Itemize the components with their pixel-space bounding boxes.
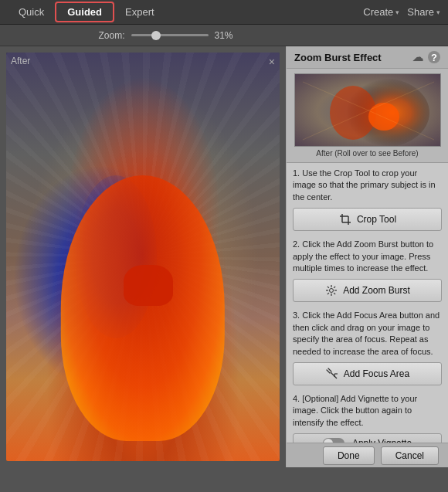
svg-line-17 bbox=[334, 293, 335, 294]
thumbnail-image bbox=[294, 73, 441, 147]
thumbnail-svg bbox=[295, 74, 441, 147]
vignette-toggle[interactable] bbox=[323, 438, 344, 443]
step3-text: 3. Click the Add Focus Area button and t… bbox=[293, 310, 442, 358]
crop-tool-label: Crop Tool bbox=[357, 214, 396, 225]
create-button[interactable]: Create ▾ bbox=[363, 6, 399, 18]
panel-title: Zoom Burst Effect bbox=[294, 52, 382, 63]
create-dropdown-arrow: ▾ bbox=[395, 8, 399, 16]
zoom-burst-label: Add Zoom Burst bbox=[343, 285, 410, 296]
svg-point-3 bbox=[368, 103, 399, 131]
thumbnail-caption: After (Roll over to see Before) bbox=[316, 149, 418, 158]
panel-header-icons: ☁ ? bbox=[412, 51, 440, 63]
step1-text: 1. Use the Crop Tool to crop your image … bbox=[293, 168, 442, 203]
share-button[interactable]: Share ▾ bbox=[407, 6, 440, 18]
canvas-area: After × bbox=[0, 46, 286, 467]
top-nav-bar: Quick Guided Expert Create ▾ Share ▾ bbox=[0, 0, 448, 25]
panel-content: 1. Use the Crop Tool to crop your image … bbox=[287, 163, 448, 443]
canvas-image bbox=[6, 53, 280, 461]
canvas-label: After bbox=[11, 56, 30, 66]
step4-text: 4. [Optional] Add Vignette to your image… bbox=[293, 393, 442, 429]
top-bar-right: Create ▾ Share ▾ bbox=[363, 6, 440, 18]
zoom-label: Zoom: bbox=[98, 30, 124, 41]
svg-line-16 bbox=[328, 287, 329, 288]
focus-area-label: Add Focus Area bbox=[344, 368, 409, 379]
tab-guided[interactable]: Guided bbox=[55, 2, 114, 22]
crop-tool-button[interactable]: Crop Tool bbox=[293, 208, 442, 231]
help-icon[interactable]: ? bbox=[428, 51, 440, 63]
done-button[interactable]: Done bbox=[323, 446, 375, 465]
svg-line-21 bbox=[331, 372, 337, 378]
step2-text: 2. Click the Add Zoom Burst button to ap… bbox=[293, 239, 442, 274]
zoom-bar: Zoom: 31% bbox=[0, 25, 448, 46]
cloud-icon[interactable]: ☁ bbox=[412, 51, 423, 63]
cancel-button[interactable]: Cancel bbox=[381, 446, 439, 465]
zoom-percent: 31% bbox=[215, 30, 242, 41]
zoom-burst-icon bbox=[324, 283, 338, 297]
right-panel: Zoom Burst Effect ☁ ? bbox=[286, 46, 448, 467]
panel-header: Zoom Burst Effect ☁ ? bbox=[287, 46, 448, 69]
tab-expert[interactable]: Expert bbox=[114, 3, 165, 21]
canvas-close-button[interactable]: × bbox=[269, 56, 275, 68]
apply-vignette-button[interactable]: Apply Vignette bbox=[293, 433, 442, 443]
svg-point-20 bbox=[330, 289, 334, 293]
share-dropdown-arrow: ▾ bbox=[436, 8, 440, 16]
figure-main bbox=[61, 175, 225, 441]
crop-icon bbox=[338, 212, 352, 226]
svg-line-18 bbox=[334, 287, 335, 288]
add-zoom-burst-button[interactable]: Add Zoom Burst bbox=[293, 279, 442, 302]
mask-red bbox=[124, 265, 173, 306]
canvas-image-inner bbox=[6, 53, 280, 461]
main-area: After × Zoom Burst Effect ☁ ? bbox=[0, 46, 448, 467]
focus-area-icon bbox=[325, 367, 339, 381]
tab-quick[interactable]: Quick bbox=[8, 3, 55, 21]
thumbnail-area: After (Roll over to see Before) bbox=[287, 69, 448, 163]
svg-line-19 bbox=[328, 293, 329, 294]
add-focus-area-button[interactable]: Add Focus Area bbox=[293, 362, 442, 385]
zoom-slider[interactable] bbox=[131, 34, 209, 36]
bottom-bar: Done Cancel bbox=[287, 443, 448, 467]
